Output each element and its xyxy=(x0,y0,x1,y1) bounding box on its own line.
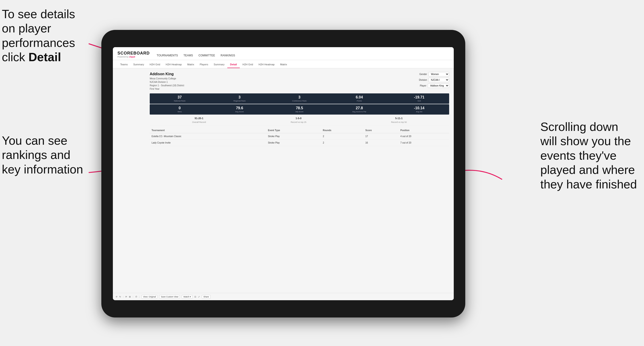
toolbar-clock[interactable]: ⏱ xyxy=(135,296,137,298)
sub-nav-h2h-heatmap2[interactable]: H2H Heatmap xyxy=(256,61,278,68)
toolbar-screen[interactable]: ⊡ xyxy=(194,296,196,298)
main-content: Addison King Mesa Community College NJCA… xyxy=(113,68,454,293)
left-sidebar xyxy=(113,68,145,293)
sub-nav-h2h-grid[interactable]: H2H Grid xyxy=(147,61,163,68)
record-overall: 91-20-1 Overall Record xyxy=(192,117,206,124)
toolbar-undo[interactable]: ↺ xyxy=(116,296,118,298)
player-label: Player xyxy=(420,84,426,87)
sub-nav-players[interactable]: Players xyxy=(197,61,211,68)
col-position: Position xyxy=(398,128,449,133)
division-select[interactable]: NJCAA I xyxy=(428,78,449,82)
toolbar-redo[interactable]: ↻ xyxy=(119,296,121,298)
stat-conference-rank-label: Conference Rank xyxy=(270,100,328,102)
logo-area: SCOREBOARD Powered by clippd xyxy=(118,51,150,60)
row1-tournament: Estella CC- Mountain Classic xyxy=(150,133,266,140)
stat-sos-label: SoS xyxy=(390,100,448,102)
stat-adj-score-value: 78.5 xyxy=(270,106,328,110)
stat-avg-score-value: 79.6 xyxy=(210,106,268,110)
row1-rounds: 2 xyxy=(321,133,364,140)
stat-regional-rank: 3 Regional Rank xyxy=(210,93,270,104)
player-college: Mesa Community College xyxy=(150,77,184,80)
stat-avg-sg-value: -10.14 xyxy=(390,106,448,110)
toolbar-share[interactable]: Share xyxy=(202,295,210,299)
stat-wins-label: Wins xyxy=(151,111,209,113)
stat-avg-score-par: 27.8 Avg Score to Par xyxy=(329,104,389,115)
sub-nav-detail[interactable]: Detail xyxy=(227,61,240,68)
gender-label: Gender xyxy=(420,73,427,75)
sub-nav-matrix2[interactable]: Matrix xyxy=(277,61,290,68)
toolbar-watch[interactable]: Watch ▾ xyxy=(182,295,192,299)
col-tournament: Tournament xyxy=(150,128,266,133)
stat-points-label: Points xyxy=(330,100,388,102)
row1-score: 17 xyxy=(364,133,398,140)
gender-control-row: Gender Women xyxy=(420,72,449,76)
stat-points-value: 6.04 xyxy=(330,95,388,99)
toolbar-expand[interactable]: ⤢ xyxy=(198,296,200,298)
annotation-top-left: To see details on player performances cl… xyxy=(2,7,89,64)
player-select[interactable]: Addison King xyxy=(428,84,449,88)
stats-row-2: 0 Wins 79.6 Avg Score 78.5 Adj Score 27.… xyxy=(150,104,449,115)
logo-powered: Powered by clippd xyxy=(118,56,150,58)
sub-nav-summary[interactable]: Summary xyxy=(130,61,147,68)
player-controls: Gender Women Division NJCAA I xyxy=(419,72,449,91)
stat-conference-rank-value: 3 xyxy=(270,95,328,99)
stat-points: 6.04 Points xyxy=(329,93,389,104)
col-score: Score xyxy=(364,128,398,133)
stat-conference-rank: 3 Conference Rank xyxy=(270,93,329,104)
player-region: Region 1 - Southwest (18) District xyxy=(150,84,184,87)
nav-tournaments[interactable]: TOURNAMENTS xyxy=(156,53,178,58)
nav-rankings[interactable]: RANKINGS xyxy=(221,53,235,58)
row2-tournament: Lady Coyote Invite xyxy=(150,140,266,146)
stat-avg-score-label: Avg Score xyxy=(210,111,268,113)
sub-nav-teams[interactable]: Teams xyxy=(118,61,130,68)
tournament-table: Tournament Event Type Rounds Score Posit… xyxy=(150,128,449,146)
player-header: Addison King Mesa Community College NJCA… xyxy=(150,72,449,91)
col-event-type: Event Type xyxy=(266,128,321,133)
record-overall-value: 91-20-1 xyxy=(192,117,206,120)
row2-rounds: 2 xyxy=(321,140,364,146)
stat-avg-score-par-value: 27.8 xyxy=(330,106,388,110)
stat-regional-rank-value: 3 xyxy=(210,95,268,99)
records-row: 91-20-1 Overall Record 1-5-0 Record vs t… xyxy=(150,115,449,126)
sub-nav-h2h-heatmap[interactable]: H2H Heatmap xyxy=(163,61,184,68)
row1-position: 4 out of 20 xyxy=(398,133,449,140)
row2-score: 16 xyxy=(364,140,398,146)
stat-wins: 0 Wins xyxy=(150,104,210,115)
nav-teams[interactable]: TEAMS xyxy=(183,53,193,58)
nav-committee[interactable]: COMMITTEE xyxy=(198,53,215,58)
bottom-toolbar: ↺ ↻ | ⟳ ⊞ | ⏱ | View: Original Save Cust… xyxy=(113,293,454,300)
toolbar-refresh[interactable]: ⟳ xyxy=(125,296,127,298)
table-row: Lady Coyote Invite Stroke Play 2 16 7 ou… xyxy=(150,140,449,146)
stat-avg-sg-label: Avg SG xyxy=(390,111,448,113)
tablet-device: SCOREBOARD Powered by clippd TOURNAMENTS… xyxy=(101,30,465,318)
record-top50-value: 5-11-1 xyxy=(391,117,407,120)
stat-adj-score-label: Adj Score xyxy=(270,111,328,113)
top-nav: SCOREBOARD Powered by clippd TOURNAMENTS… xyxy=(113,47,454,60)
stats-row-1: 37 National Rank 3 Regional Rank 3 Confe… xyxy=(150,93,449,104)
stat-avg-sg: -10.14 Avg SG xyxy=(389,104,449,115)
toolbar-copy[interactable]: ⊞ xyxy=(129,296,131,298)
record-top25-value: 1-5-0 xyxy=(291,117,306,120)
row2-position: 7 out of 20 xyxy=(398,140,449,146)
row2-event-type: Stroke Play xyxy=(266,140,321,146)
division-label: Division xyxy=(419,79,427,81)
annotation-mid-left: You can see rankings and key information xyxy=(2,133,89,176)
player-info: Addison King Mesa Community College NJCA… xyxy=(150,72,184,91)
annotation-right: Scrolling down will show you the events … xyxy=(540,120,637,191)
stat-wins-value: 0 xyxy=(151,106,209,110)
toolbar-view-original[interactable]: View: Original xyxy=(142,295,157,299)
sub-nav-h2h-grid2[interactable]: H2H Grid xyxy=(240,61,256,68)
sub-nav-summary2[interactable]: Summary xyxy=(211,61,227,68)
stat-avg-score: 79.6 Avg Score xyxy=(210,104,270,115)
record-top50: 5-11-1 Record vs top 50 xyxy=(391,117,407,124)
stat-national-rank: 37 National Rank xyxy=(150,93,210,104)
player-name: Addison King xyxy=(150,72,184,76)
player-year: First Year xyxy=(150,87,184,91)
record-top50-label: Record vs top 50 xyxy=(391,121,407,123)
sub-nav: Teams Summary H2H Grid H2H Heatmap Matri… xyxy=(113,60,454,68)
gender-select[interactable]: Women xyxy=(428,72,449,76)
toolbar-save-custom[interactable]: Save Custom View xyxy=(159,295,180,299)
col-rounds: Rounds xyxy=(321,128,364,133)
stat-regional-rank-label: Regional Rank xyxy=(210,100,268,102)
sub-nav-matrix[interactable]: Matrix xyxy=(184,61,197,68)
